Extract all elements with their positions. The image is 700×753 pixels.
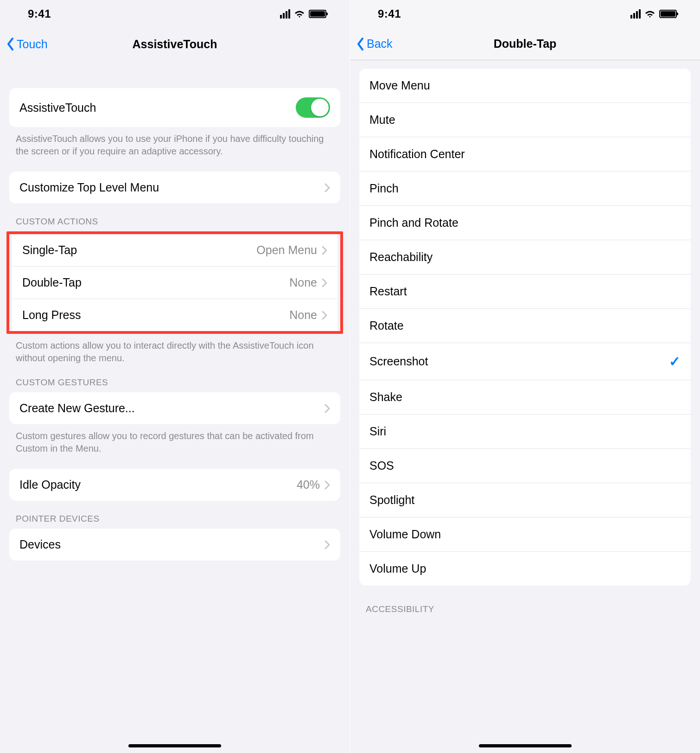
option-row[interactable]: Reachability xyxy=(359,240,691,274)
option-label: Siri xyxy=(369,425,386,438)
option-label: Pinch xyxy=(369,182,399,195)
back-label: Back xyxy=(367,37,393,51)
option-label: Move Menu xyxy=(369,79,430,92)
row-value: Open Menu xyxy=(256,243,317,257)
cellular-icon xyxy=(630,9,641,19)
row-label: Customize Top Level Menu xyxy=(19,181,325,194)
highlight-box: Single-Tap Open Menu Double-Tap None Lon… xyxy=(6,231,343,334)
nav-bar: Touch AssistiveTouch xyxy=(0,28,350,60)
custom-actions-footer: Custom actions allow you to interact dir… xyxy=(0,334,350,364)
row-label: Devices xyxy=(19,538,325,551)
option-row[interactable]: Screenshot✓ xyxy=(359,343,691,380)
toggle-card: AssistiveTouch xyxy=(9,88,340,127)
chevron-right-icon xyxy=(325,183,330,192)
option-row[interactable]: Pinch xyxy=(359,172,691,206)
screen-doubletap-options: 9:41 Back Double-Tap Move MenuMuteNotifi… xyxy=(350,0,700,753)
option-row[interactable]: Volume Down xyxy=(359,517,691,552)
options-list: Move MenuMuteNotification CenterPinchPin… xyxy=(359,69,691,586)
option-row[interactable]: Siri xyxy=(359,415,691,449)
double-tap-row[interactable]: Double-Tap None xyxy=(12,266,337,299)
back-label: Touch xyxy=(17,38,48,51)
custom-gestures-card: Create New Gesture... xyxy=(9,392,340,424)
toggle-switch[interactable] xyxy=(296,97,330,118)
option-row[interactable]: Notification Center xyxy=(359,137,691,172)
toggle-footer: AssistiveTouch allows you to use your iP… xyxy=(0,127,350,158)
chevron-right-icon xyxy=(322,246,327,255)
row-value: None xyxy=(289,276,317,289)
cellular-icon xyxy=(280,9,290,19)
idle-opacity-row[interactable]: Idle Opacity 40% xyxy=(9,469,340,501)
chevron-right-icon xyxy=(322,278,327,287)
status-bar: 9:41 xyxy=(0,0,350,28)
row-label: Long Press xyxy=(22,308,289,322)
option-label: Screenshot xyxy=(369,355,428,368)
nav-title: AssistiveTouch xyxy=(0,38,350,51)
status-time: 9:41 xyxy=(378,7,401,20)
chevron-right-icon xyxy=(325,404,330,413)
option-row[interactable]: Pinch and Rotate xyxy=(359,206,691,240)
wifi-icon xyxy=(644,10,655,18)
status-icons xyxy=(630,9,677,19)
long-press-row[interactable]: Long Press None xyxy=(12,299,337,331)
checkmark-icon: ✓ xyxy=(669,353,681,370)
devices-row[interactable]: Devices xyxy=(9,529,340,561)
option-row[interactable]: Restart xyxy=(359,274,691,309)
single-tap-row[interactable]: Single-Tap Open Menu xyxy=(12,234,337,266)
option-row[interactable]: Volume Up xyxy=(359,552,691,586)
idle-opacity-card: Idle Opacity 40% xyxy=(9,469,340,501)
option-label: SOS xyxy=(369,459,394,472)
toggle-label: AssistiveTouch xyxy=(19,101,296,115)
accessibility-header: ACCESSIBILITY xyxy=(350,586,700,619)
row-label: Create New Gesture... xyxy=(19,402,325,415)
option-label: Rotate xyxy=(369,319,404,332)
home-indicator[interactable] xyxy=(128,744,221,747)
screen-assistivetouch: 9:41 Touch AssistiveTouch AssistiveTouch… xyxy=(0,0,350,753)
chevron-right-icon xyxy=(322,311,327,320)
option-label: Spotlight xyxy=(369,493,414,507)
option-row[interactable]: Mute xyxy=(359,103,691,137)
back-button[interactable]: Back xyxy=(350,37,393,51)
back-button[interactable]: Touch xyxy=(0,37,48,51)
battery-icon xyxy=(309,10,326,18)
option-row[interactable]: Rotate xyxy=(359,309,691,343)
option-row[interactable]: SOS xyxy=(359,449,691,483)
option-label: Shake xyxy=(369,390,402,404)
option-label: Volume Down xyxy=(369,528,441,541)
status-time: 9:41 xyxy=(28,7,51,20)
row-label: Double-Tap xyxy=(22,276,289,289)
option-label: Restart xyxy=(369,285,407,298)
option-label: Volume Up xyxy=(369,562,426,575)
nav-title: Double-Tap xyxy=(350,37,700,51)
chevron-right-icon xyxy=(325,540,330,549)
pointer-devices-card: Devices xyxy=(9,529,340,561)
row-label: Single-Tap xyxy=(22,243,256,257)
wifi-icon xyxy=(294,10,305,18)
home-indicator[interactable] xyxy=(479,744,572,747)
custom-actions-card: Single-Tap Open Menu Double-Tap None Lon… xyxy=(12,234,337,331)
option-row[interactable]: Shake xyxy=(359,380,691,415)
option-row[interactable]: Spotlight xyxy=(359,483,691,517)
option-label: Pinch and Rotate xyxy=(369,216,458,230)
custom-gestures-footer: Custom gestures allow you to record gest… xyxy=(0,424,350,455)
nav-bar: Back Double-Tap xyxy=(350,28,700,60)
row-value: None xyxy=(289,308,317,322)
assistivetouch-toggle-row[interactable]: AssistiveTouch xyxy=(9,88,340,127)
status-icons xyxy=(280,9,326,19)
option-label: Mute xyxy=(369,113,395,127)
option-row[interactable]: Move Menu xyxy=(359,69,691,103)
row-value: 40% xyxy=(297,478,320,491)
option-label: Reachability xyxy=(369,250,433,264)
custom-actions-header: CUSTOM ACTIONS xyxy=(0,204,350,231)
customize-top-level-menu-row[interactable]: Customize Top Level Menu xyxy=(9,172,340,204)
custom-gestures-header: CUSTOM GESTURES xyxy=(0,364,350,392)
pointer-devices-header: POINTER DEVICES xyxy=(0,501,350,529)
customize-card: Customize Top Level Menu xyxy=(9,172,340,204)
battery-icon xyxy=(659,10,677,18)
status-bar: 9:41 xyxy=(350,0,700,28)
option-label: Notification Center xyxy=(369,147,465,161)
chevron-left-icon xyxy=(356,37,365,51)
create-new-gesture-row[interactable]: Create New Gesture... xyxy=(9,392,340,424)
options-scroll[interactable]: Move MenuMuteNotification CenterPinchPin… xyxy=(350,60,700,753)
chevron-right-icon xyxy=(325,480,330,490)
row-label: Idle Opacity xyxy=(19,478,297,491)
